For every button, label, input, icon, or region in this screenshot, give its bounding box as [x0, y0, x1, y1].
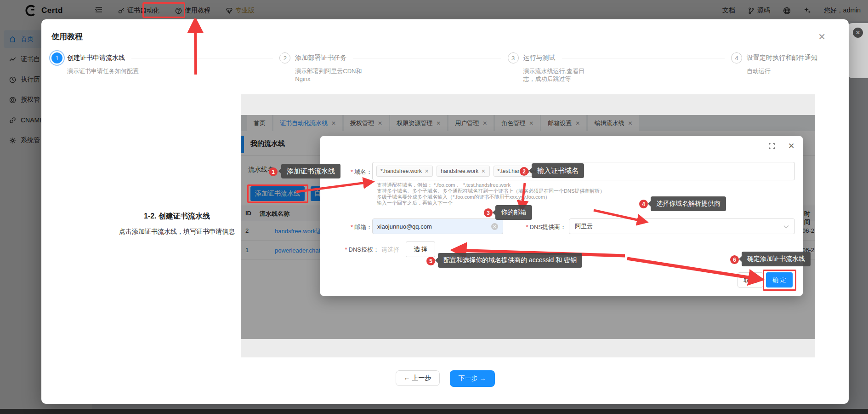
step-number: 2: [279, 52, 290, 63]
step-title: 运行与测试: [523, 54, 556, 62]
domain-label: *域名：: [329, 168, 372, 176]
add-pipeline-dialog: ✕ *域名： *.handsfree.work✕ handsfree.work✕…: [320, 136, 803, 296]
next-step-button[interactable]: 下一步 →: [450, 370, 495, 387]
side-drawer-tab: ✕: [848, 23, 868, 78]
domain-help-text: 支持通配符域名，例如： *.foo.com 、 *.test.handsfree…: [377, 182, 605, 206]
step-3[interactable]: 3 运行与测试 演示流水线运行,查看日志，成功后跳过等: [508, 52, 732, 83]
required-mark: *: [351, 168, 353, 175]
email-value: xiaojunnuo@qq.com: [377, 223, 432, 230]
guide-desc: 点击添加证书流水线，填写证书申请信息: [83, 228, 271, 236]
step-desc: 演示证书申请任务如何配置: [67, 67, 142, 75]
demo-app-screen: 首页 证书自动化流水线✕ 授权管理✕ 权限资源管理✕ 用户管理✕ 角色管理✕ 邮…: [241, 115, 815, 339]
modal-close-icon[interactable]: ✕: [818, 31, 826, 42]
tag-close-icon[interactable]: ✕: [481, 168, 485, 174]
step-desc: 自动运行: [747, 67, 840, 75]
step-title: 添加部署证书任务: [295, 54, 346, 62]
dns-auth-choose-button[interactable]: 选 择: [406, 242, 435, 257]
domain-tags-input[interactable]: *.handsfree.work✕ handsfree.work✕ *.test…: [372, 162, 795, 180]
prev-step-button[interactable]: ← 上一步: [396, 370, 440, 386]
required-mark: *: [526, 224, 528, 230]
step-desc: 演示部署到阿里云CDN和Nginx: [295, 67, 374, 83]
email-label: *邮箱：: [329, 223, 372, 231]
step-2[interactable]: 2 添加部署证书任务 演示部署到阿里云CDN和Nginx: [279, 52, 507, 83]
dns-provider-label: *DNS提供商：: [513, 223, 566, 231]
dns-provider-value: 阿里云: [575, 222, 593, 230]
tag-label: *.handsfree.work: [380, 168, 422, 174]
tag-close-icon[interactable]: ✕: [552, 168, 556, 174]
email-field[interactable]: xiaojunnuo@qq.com ✕: [372, 218, 503, 234]
demo-screenshot: 首页 证书自动化流水线✕ 授权管理✕ 权限资源管理✕ 用户管理✕ 角色管理✕ 邮…: [241, 94, 815, 357]
tutorial-highlight-box: [142, 2, 185, 18]
guide-text-block: 1-2. 创建证书流水线 点击添加证书流水线，填写证书申请信息: [83, 212, 271, 236]
required-mark: *: [345, 246, 347, 253]
tutorial-modal: 使用教程 ✕ 1 创建证书申请流水线 演示证书申请任务如何配置 2 添加部署证书…: [41, 19, 849, 404]
step-4[interactable]: 4 设置定时执行和邮件通知 自动运行: [731, 52, 840, 83]
tag-label: *.test.handsfree.work: [498, 168, 550, 174]
chevron-down-icon: [783, 223, 789, 230]
domain-tag[interactable]: *.handsfree.work✕: [376, 166, 433, 177]
tag-label: handsfree.work: [441, 168, 478, 174]
drawer-close-icon[interactable]: ✕: [853, 28, 863, 38]
cancel-button[interactable]: 取 消: [738, 272, 763, 288]
step-title: 创建证书申请流水线: [67, 54, 125, 62]
guide-title: 1-2. 创建证书流水线: [83, 212, 271, 221]
step-desc: 演示流水线运行,查看日志，成功后跳过等: [523, 67, 596, 83]
domain-tag[interactable]: *.test.handsfree.work✕: [494, 166, 561, 177]
tutorial-steps: 1 创建证书申请流水线 演示证书申请任务如何配置 2 添加部署证书任务 演示部署…: [51, 52, 840, 83]
step-title: 设置定时执行和邮件通知: [747, 54, 817, 62]
bottom-strip: [0, 409, 868, 414]
clear-icon[interactable]: ✕: [491, 223, 498, 230]
step-number: 1: [51, 52, 62, 63]
dns-provider-select[interactable]: 阿里云: [569, 218, 795, 234]
confirm-button[interactable]: 确 定: [766, 272, 793, 288]
modal-footer: ← 上一步 下一步 →: [41, 370, 849, 387]
fullscreen-icon[interactable]: [768, 143, 775, 151]
modal-title: 使用教程: [51, 31, 83, 42]
tag-close-icon[interactable]: ✕: [425, 168, 429, 174]
step-1[interactable]: 1 创建证书申请流水线 演示证书申请任务如何配置: [51, 52, 279, 83]
dns-auth-label: *DNS授权：: [329, 246, 379, 254]
dns-auth-placeholder: 请选择: [381, 246, 399, 254]
app-root: Certd 证书自动化 使用教程 专业版 文档 源码 您好，admin: [0, 0, 868, 414]
step-number: 3: [508, 52, 519, 63]
required-mark: *: [351, 224, 353, 230]
step-number: 4: [731, 52, 742, 63]
dialog-close-icon[interactable]: ✕: [788, 141, 794, 151]
domain-tag[interactable]: handsfree.work✕: [437, 166, 489, 177]
